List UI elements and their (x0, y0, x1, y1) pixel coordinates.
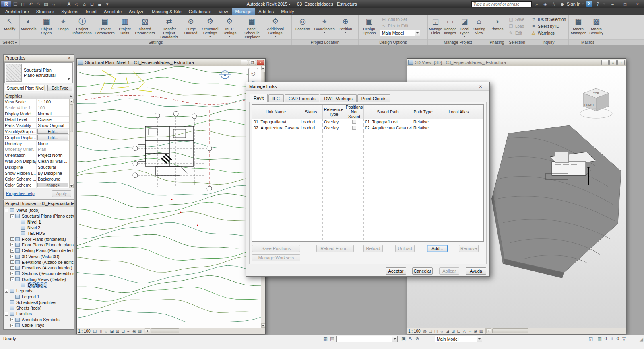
reveal-hidden-elements-icon[interactable]: ◉ (132, 328, 137, 334)
tree-expander[interactable]: + (10, 255, 14, 258)
ids-of-selection-button[interactable]: # IDs of Selection (530, 16, 567, 23)
positions-not-saved-checkbox[interactable] (352, 120, 356, 124)
reveal-hidden-elements-icon[interactable]: ◉ (473, 328, 479, 334)
panel-caption-project-location[interactable]: Project Location (292, 39, 358, 45)
tree-item[interactable]: Nivel 1 (4, 219, 74, 225)
temporary-view-properties-icon[interactable]: ▦ (137, 328, 143, 334)
pick-to-edit-button[interactable]: ↖ Pick to Edit (380, 23, 420, 29)
tree-item[interactable]: + Elevations (Alzado de edificio (4, 259, 74, 265)
3d-close-button[interactable]: × (617, 60, 625, 65)
3d-minimize-button[interactable]: – (601, 60, 609, 65)
property-value[interactable]: Coarse (37, 117, 69, 122)
ribbon-tab[interactable]: Manage (232, 8, 255, 15)
sun-path-icon[interactable]: ☼ (439, 328, 445, 334)
panel-schedule-templates-button[interactable]: ▦ Panel Schedule Templates ▾ (238, 15, 265, 39)
tree-item[interactable]: - Families (4, 311, 74, 316)
save-selection-button[interactable]: ◫ Save (507, 16, 526, 23)
property-value[interactable]: Clean all wall ... (37, 158, 69, 164)
link-row[interactable]: 02_Arquitectura Casa.rvt Loaded Overlay … (252, 125, 483, 131)
show-rendering-dialog-icon[interactable]: ◍ (422, 328, 428, 334)
tree-expander[interactable]: + (10, 324, 14, 327)
purge-unused-button[interactable]: ⊘ Purge Unused (182, 15, 200, 39)
coordinates-button[interactable]: ⌖ Coordinates ▾ (313, 15, 336, 39)
design-options-icon[interactable]: ▣ (400, 336, 407, 342)
ribbon-tab[interactable]: Structure (33, 8, 58, 15)
warnings-button[interactable]: ⚠ Warnings (530, 30, 567, 36)
dialog-tab[interactable]: CAD Formats (285, 94, 320, 102)
ribbon-tab[interactable]: Modify (277, 8, 297, 15)
plan-close-button[interactable]: × (257, 60, 264, 65)
tree-expander[interactable]: - (5, 289, 8, 293)
ribbon-tab[interactable]: Massing & Site (148, 8, 185, 15)
aligned-dimension-icon[interactable]: ⊢ (58, 1, 65, 7)
unlocked-3d-view-icon[interactable]: △ (462, 328, 467, 334)
materials-button[interactable]: ◐ Materials (20, 15, 37, 39)
tree-item[interactable]: Nivel 2 (4, 225, 74, 230)
tree-item[interactable]: Drafting 1 (4, 282, 74, 288)
qat-customize-icon[interactable]: ▾ (103, 1, 111, 7)
panel-caption-design-options[interactable]: Design Options (359, 39, 427, 45)
search-icon[interactable]: ⌕ (534, 2, 540, 7)
default-3d-view-icon[interactable]: ⌂ (80, 1, 88, 7)
design-options-button[interactable]: ▣ Design Options (359, 15, 379, 39)
crop-view-icon[interactable]: ⊞ (450, 328, 456, 334)
3d-maximize-button[interactable]: □ (609, 60, 617, 65)
tree-expander[interactable]: + (10, 260, 14, 264)
tree-item[interactable]: + Sections (Sección de edificio (4, 271, 74, 276)
section-icon[interactable]: ⊟ (88, 1, 96, 7)
tree-expander[interactable]: + (10, 272, 14, 275)
tree-expander[interactable]: - (5, 209, 8, 212)
structural-settings-button[interactable]: ⚙ Structural Settings ▾ (200, 15, 221, 39)
property-value[interactable]: None (37, 141, 69, 146)
ok-button[interactable]: Aceptar (386, 267, 406, 275)
property-value[interactable]: 100 (37, 105, 69, 111)
3d-window-titlebar[interactable]: 3D View: [3D] - 03_Especialdades_ Estruc… (407, 59, 626, 66)
manage-worksets-button[interactable]: Manage Worksets (252, 254, 300, 261)
panel-caption-selection[interactable]: Selection (506, 39, 528, 45)
ribbon-tab[interactable]: View (215, 8, 232, 15)
dialog-titlebar[interactable]: Manage Links ✕ (246, 82, 489, 91)
shadows-icon[interactable]: ◪ (445, 328, 450, 334)
design-option-combo[interactable]: Main Model (435, 336, 482, 342)
property-value[interactable]: Edit... (37, 135, 68, 140)
properties-help-link[interactable]: Properties help (6, 191, 35, 196)
property-value[interactable]: Plan (37, 146, 69, 152)
sun-path-icon[interactable]: ☼ (103, 328, 109, 334)
mep-settings-button[interactable]: ⚙ MEP Settings ▾ (221, 15, 238, 39)
links-column-header[interactable]: Path Type (412, 105, 434, 119)
communication-center-icon[interactable]: ◈ (542, 2, 549, 7)
plan-minimize-button[interactable]: – (241, 60, 248, 65)
search-input[interactable] (471, 1, 532, 7)
active-design-option-combo[interactable]: Main Model (380, 30, 420, 36)
plan-scale-button[interactable]: 1 : 100 (78, 329, 92, 333)
position-button[interactable]: ⊕ Position ▾ (336, 15, 355, 39)
property-value[interactable]: Background (37, 176, 69, 182)
links-column-header[interactable]: Status (299, 105, 323, 119)
save-icon[interactable]: ◫ (19, 1, 27, 7)
link-name-cell[interactable]: 01_Topografia.rvt (252, 119, 299, 125)
steering-wheel-icon[interactable]: ◎ (251, 70, 255, 76)
view-cube[interactable]: TOP FRONT (577, 85, 615, 122)
load-selection-button[interactable]: ❒ Load (507, 23, 526, 29)
tree-item[interactable]: + Annotation Symbols (4, 317, 74, 322)
help-dropdown-icon[interactable] (603, 3, 605, 5)
tree-expander[interactable]: + (10, 237, 14, 241)
macro-security-button[interactable]: ▩ Macro Security (587, 15, 605, 39)
3d-horizontal-scrollbar[interactable] (485, 328, 626, 334)
maximize-button[interactable]: □ (620, 1, 630, 7)
additional-settings-button[interactable]: ⚙ Additional Settings ▾ (265, 15, 286, 39)
tree-item[interactable]: Legend 1 (4, 294, 74, 299)
link-name-cell[interactable]: 02_Arquitectura Casa.rvt (252, 125, 299, 131)
snaps-button[interactable]: ⌖ Snaps (56, 15, 71, 39)
redo-icon[interactable]: ↷ (35, 1, 42, 7)
exclude-links-icon[interactable]: ◱ (587, 336, 594, 342)
project-information-button[interactable]: ⓘ Project Information (71, 15, 93, 39)
panel-caption-select[interactable]: Select ▾ (0, 39, 19, 45)
reload-button[interactable]: Reload (363, 245, 383, 252)
link-reference-type-cell[interactable]: Overlay (323, 125, 345, 131)
property-value[interactable]: By Discipline (37, 170, 69, 176)
ribbon-tab[interactable]: Annotate (100, 8, 125, 15)
detail-level-icon[interactable]: ▤ (428, 328, 433, 334)
application-menu-button[interactable]: R (1, 1, 11, 7)
property-value[interactable]: Project North (37, 152, 69, 158)
